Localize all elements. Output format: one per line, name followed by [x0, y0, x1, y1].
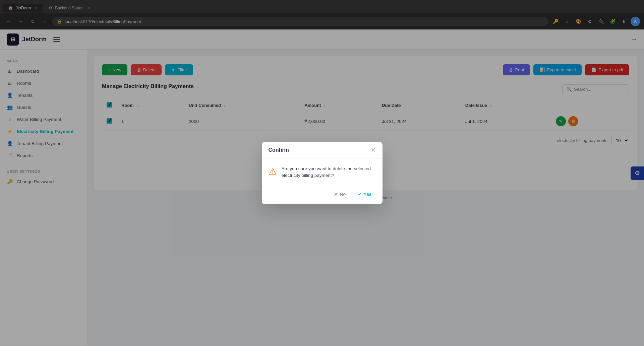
modal-body: ⚠ Are you sure you want to delete the se…	[262, 159, 383, 186]
modal-overlay: Confirm ✕ ⚠ Are you sure you want to del…	[0, 0, 644, 346]
modal-message: Are you sure you want to delete the sele…	[282, 165, 376, 179]
x-icon: ✕	[334, 192, 338, 197]
modal-no-button[interactable]: ✕ No	[330, 190, 350, 199]
check-icon: ✓	[358, 192, 362, 197]
modal-close-button[interactable]: ✕	[371, 147, 376, 153]
no-label: No	[340, 192, 346, 197]
confirm-modal: Confirm ✕ ⚠ Are you sure you want to del…	[262, 142, 383, 205]
warning-icon: ⚠	[269, 166, 277, 177]
modal-title: Confirm	[269, 147, 289, 153]
yes-label: Yes	[363, 192, 371, 197]
modal-footer: ✕ No ✓ Yes	[262, 186, 383, 204]
modal-header: Confirm ✕	[262, 142, 383, 159]
modal-yes-button[interactable]: ✓ Yes	[354, 190, 375, 199]
